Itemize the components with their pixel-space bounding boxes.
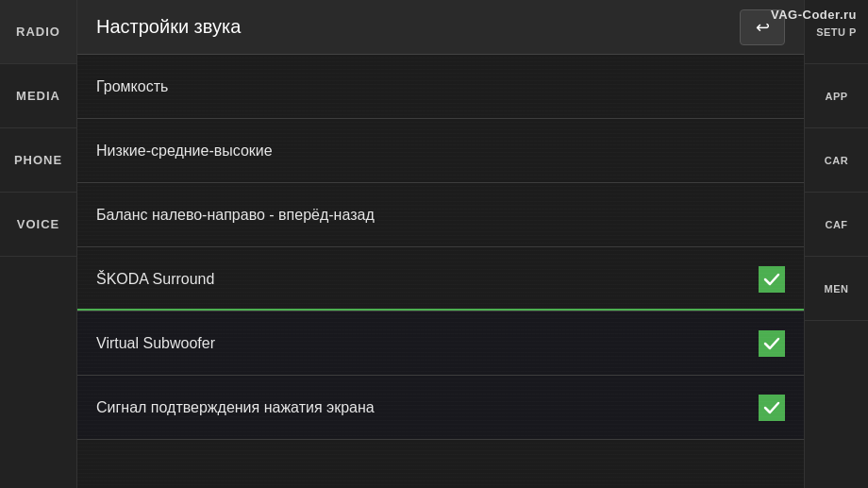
menu-item-virtual-subwoofer[interactable]: Virtual Subwoofer xyxy=(77,311,804,376)
page-title: Настройки звука xyxy=(96,16,241,38)
watermark: VAG-Coder.ru xyxy=(771,8,857,22)
menu-item-label: Баланс налево-направо - вперёд-назад xyxy=(96,207,375,224)
checkbox-skoda-surround[interactable] xyxy=(759,266,785,293)
menu-item-volume[interactable]: Громкость xyxy=(77,55,804,119)
menu-item-label: Громкость xyxy=(96,78,168,95)
sidebar-item-voice[interactable]: VOICE xyxy=(0,193,76,257)
sidebar-item-media[interactable]: MEDIA xyxy=(0,64,76,128)
sidebar-item-caf[interactable]: CAF xyxy=(805,193,868,257)
checkbox-virtual-subwoofer[interactable] xyxy=(759,330,785,357)
checkmark-icon xyxy=(763,399,780,416)
checkmark-icon xyxy=(763,335,780,352)
menu-item-label: Низкие-средние-высокие xyxy=(96,143,273,160)
main-content: Настройки звука ↩ Громкость Низкие-средн… xyxy=(77,0,804,488)
menu-item-touch-confirmation[interactable]: Сигнал подтверждения нажатия экрана xyxy=(77,376,804,440)
sidebar-item-phone[interactable]: PHONE xyxy=(0,128,76,193)
menu-item-label: Virtual Subwoofer xyxy=(96,335,215,352)
back-icon: ↩ xyxy=(756,17,770,38)
menu-list: Громкость Низкие-средние-высокие Баланс … xyxy=(77,55,804,488)
menu-item-bass-mid-treble[interactable]: Низкие-средние-высокие xyxy=(77,119,804,183)
header: Настройки звука ↩ xyxy=(77,0,804,55)
right-sidebar: SETU P APP CAR CAF MEN xyxy=(804,0,868,488)
checkbox-touch-confirmation[interactable] xyxy=(759,395,785,421)
checkmark-icon xyxy=(763,271,780,288)
sidebar-item-men[interactable]: MEN xyxy=(805,257,868,321)
sidebar-item-app[interactable]: APP xyxy=(805,64,868,128)
menu-item-label: Сигнал подтверждения нажатия экрана xyxy=(96,399,375,416)
sidebar-item-car[interactable]: CAR xyxy=(805,128,868,193)
menu-item-balance[interactable]: Баланс налево-направо - вперёд-назад xyxy=(77,183,804,247)
left-sidebar: RADIO MEDIA PHONE VOICE xyxy=(0,0,77,488)
menu-item-skoda-surround[interactable]: ŠKODA Surround xyxy=(77,247,804,311)
sidebar-item-radio[interactable]: RADIO xyxy=(0,0,76,64)
menu-item-label: ŠKODA Surround xyxy=(96,271,214,288)
